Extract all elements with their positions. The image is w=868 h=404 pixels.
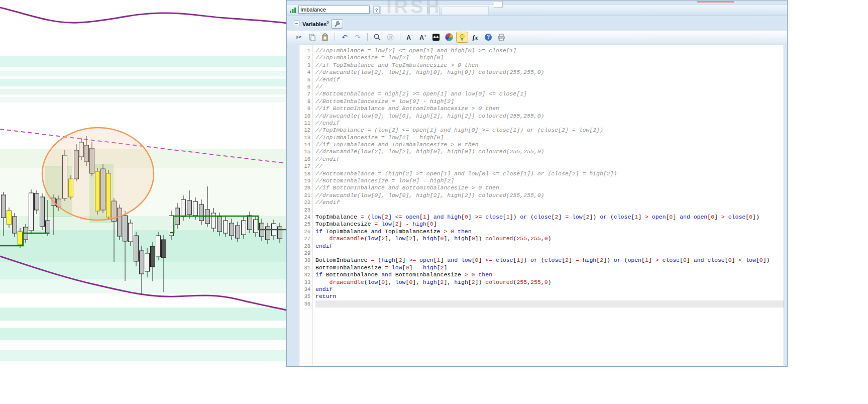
- line-number: 10: [299, 113, 310, 120]
- chart-band: [0, 279, 286, 293]
- variables-section-header: − Variables0: [287, 19, 787, 29]
- line-number: 19: [299, 177, 310, 184]
- functions-button[interactable]: fx: [469, 32, 481, 43]
- code-line[interactable]: drawcandle(low[2], low[2], high[0], high…: [315, 235, 784, 242]
- code-line[interactable]: //TopImbalance = (low[2] <= open[1] and …: [315, 127, 784, 134]
- toolbar-separator: [367, 33, 368, 41]
- ghost-tab: [442, 6, 489, 15]
- code-line[interactable]: //TopImbalancesize = low[2] - high[0]: [315, 54, 784, 61]
- svg-text:(/): (/): [389, 36, 392, 40]
- code-line[interactable]: //endif: [315, 120, 784, 127]
- code-line[interactable]: if TopImbalance and TopImbalancesize > 0…: [315, 228, 784, 235]
- cut-button[interactable]: ✂: [293, 32, 305, 43]
- code-line[interactable]: //if TopImbalance and TopImbalancesize >…: [315, 62, 784, 69]
- ghost-tab: [380, 6, 427, 15]
- code-line[interactable]: BottomInbalance = (high[2] >= open[1] an…: [315, 257, 784, 264]
- code-line[interactable]: //drawcandle(low[2], low[2], high[0], hi…: [315, 69, 784, 76]
- candlestick[interactable]: [29, 189, 34, 234]
- line-number: 26: [299, 228, 310, 235]
- code-line[interactable]: //drawcandle(low[0], low[0], high[2], hi…: [315, 113, 784, 120]
- candlestick[interactable]: [40, 193, 45, 230]
- code-line[interactable]: //drawcandle(low[2], low[2], high[0], hi…: [315, 148, 784, 155]
- code-line[interactable]: endif: [315, 243, 784, 250]
- doc-help-icon[interactable]: ?: [373, 6, 380, 14]
- code-line[interactable]: TopImbalancesize = low[2] - high[0]: [315, 221, 784, 228]
- chart-band: [0, 308, 286, 321]
- code-line[interactable]: //TopImbalance = low[2] <= open[1] and h…: [315, 47, 784, 54]
- candlestick[interactable]: [129, 220, 133, 246]
- code-text-area[interactable]: //TopImbalance = low[2] <= open[1] and h…: [313, 45, 784, 366]
- code-line[interactable]: //: [315, 163, 784, 170]
- code-line[interactable]: //endif: [315, 156, 784, 163]
- probuilder-editor-panel: IRSH ? − Variables0: [286, 0, 788, 367]
- candlestick[interactable]: [156, 232, 161, 260]
- annotation-ellipse[interactable]: [42, 128, 154, 220]
- code-line[interactable]: //: [315, 83, 784, 90]
- candlestick[interactable]: [7, 208, 12, 228]
- variables-label: Variables0: [302, 20, 329, 27]
- line-number: 14: [299, 141, 310, 148]
- code-line[interactable]: //if TopImbalance and TopImbalancesize >…: [315, 141, 784, 148]
- code-line[interactable]: //BottomInbalancesize = low[0] - high[2]: [315, 98, 784, 105]
- code-line[interactable]: drawcandle(low[0], low[0], high[2], high…: [315, 279, 784, 286]
- variables-settings-button[interactable]: [331, 19, 343, 29]
- variables-label-text: Variables: [302, 21, 327, 27]
- code-line[interactable]: //BottomInbalance = (high[2] >= open[1] …: [315, 170, 784, 177]
- code-line[interactable]: //endif: [315, 76, 784, 83]
- case-button[interactable]: AA: [430, 32, 442, 43]
- font-decrease-button[interactable]: A−: [404, 32, 416, 43]
- line-number: 22: [299, 199, 310, 206]
- line-number: 31: [299, 264, 310, 271]
- price-chart[interactable]: [0, 0, 286, 367]
- code-line[interactable]: //if BottomInbalance and BottomInbalance…: [315, 184, 784, 191]
- toolbar-separator: [400, 33, 400, 41]
- print-button[interactable]: [495, 32, 507, 43]
- line-number: 3: [299, 62, 310, 69]
- chart-band: [0, 89, 286, 94]
- line-number: 27: [299, 235, 310, 242]
- code-line[interactable]: [315, 207, 784, 214]
- line-number: 35: [299, 293, 310, 300]
- font-increase-button[interactable]: A+: [417, 32, 429, 43]
- code-editor[interactable]: 1234567891011121314151617181920212223242…: [299, 45, 784, 366]
- line-number: 12: [299, 127, 310, 134]
- help-button[interactable]: ?: [482, 32, 494, 43]
- candlestick[interactable]: [181, 195, 186, 221]
- code-line[interactable]: endif: [315, 286, 784, 293]
- redo-button[interactable]: ↷: [352, 32, 364, 43]
- code-line[interactable]: //if BottomInbalance and BottomInbalance…: [315, 105, 784, 112]
- code-line[interactable]: [315, 300, 784, 308]
- toolbar-separator: [335, 33, 335, 41]
- candlestick[interactable]: [134, 232, 139, 266]
- line-number: 16: [299, 156, 310, 163]
- ghost-button: [494, 1, 503, 8]
- chart-band: [0, 97, 286, 103]
- line-number: 20: [299, 184, 310, 191]
- highlight-button[interactable]: [456, 32, 468, 43]
- code-line[interactable]: //BottomInbalancesize = low[0] - high[2]: [315, 177, 784, 184]
- chart-band: [0, 350, 286, 361]
- code-line[interactable]: //TopImbalancesize = low[2] - high[0]: [315, 134, 784, 141]
- code-line[interactable]: //drawcandle(low[0], low[0], high[2], hi…: [315, 192, 784, 199]
- code-line[interactable]: //endif: [315, 199, 784, 206]
- line-number: 9: [299, 105, 310, 112]
- line-number: 4: [299, 69, 310, 76]
- collapse-toggle[interactable]: −: [294, 21, 299, 26]
- undo-button[interactable]: ↶: [339, 32, 351, 43]
- code-line[interactable]: //BottomInbalance = high[2] >= open[1] a…: [315, 90, 784, 97]
- colors-button[interactable]: [443, 32, 455, 43]
- editor-toolbar: ✂↶↷(/)A−A+AAfx?: [287, 31, 787, 44]
- ghost-red-line: [697, 1, 734, 3]
- chart-band: [0, 56, 286, 67]
- code-line[interactable]: BottomInbalancesize = low[0] - high[2]: [315, 264, 784, 271]
- copy-button[interactable]: [306, 32, 318, 43]
- line-number: 25: [299, 221, 310, 228]
- paste-button[interactable]: [319, 32, 331, 43]
- code-line[interactable]: [315, 250, 784, 257]
- code-line[interactable]: return: [315, 293, 784, 300]
- indicator-name-input[interactable]: [298, 6, 370, 14]
- code-line[interactable]: TopImbalance = (low[2] <= open[1] and hi…: [315, 214, 784, 221]
- comment-button[interactable]: (/): [384, 32, 396, 43]
- zoom-button[interactable]: [371, 32, 383, 43]
- code-line[interactable]: if BottomInbalance and BottomInbalancesi…: [315, 271, 784, 278]
